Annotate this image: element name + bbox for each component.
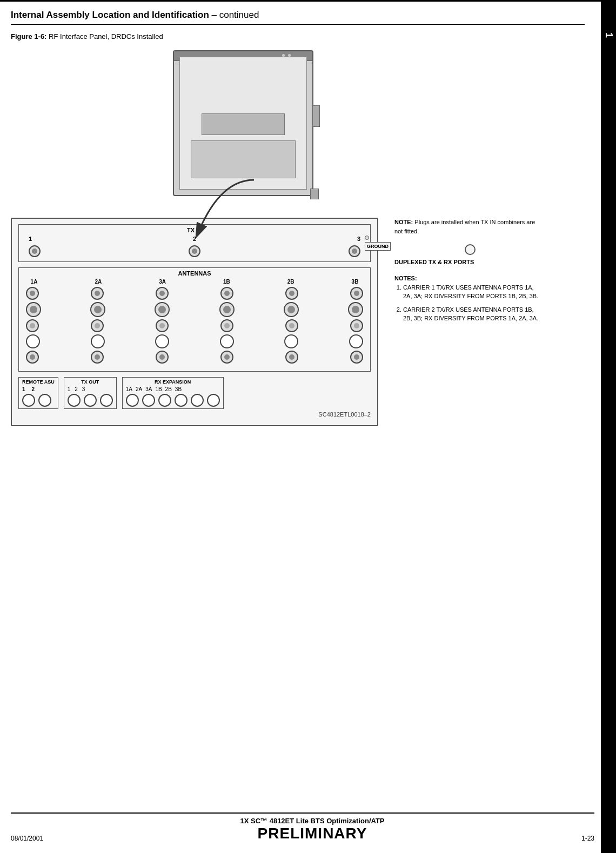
- ant-r3-c2: [91, 319, 104, 332]
- rx-expansion-connectors: [126, 394, 220, 407]
- tx-in-port-3: 3: [357, 236, 360, 242]
- ant-r5-c1: [26, 351, 39, 364]
- page-footer: 08/01/2001 1X SC™ 4812ET Lite BTS Optimi…: [11, 812, 594, 842]
- remote-asu-port-2: 2: [32, 386, 35, 392]
- ant-r1-c3: [156, 287, 169, 300]
- ant-port-3b: 3B: [347, 279, 363, 285]
- ant-r1-c4: [220, 287, 233, 300]
- ground-area: GROUND: [365, 236, 391, 251]
- tx-out-conn-1: [68, 394, 81, 407]
- rx-exp-conn-4: [175, 394, 188, 407]
- ant-row-4: [23, 334, 366, 348]
- tx-out-conn-3: [100, 394, 113, 407]
- rx-exp-conn-1: [126, 394, 139, 407]
- ant-r2-c4: [219, 302, 235, 317]
- figure-caption: RF Interface Panel, DRDCs Installed: [49, 32, 163, 41]
- notes-items: CARRIER 1 TX/RX USES ANTENNA PORTS 1A, 2…: [403, 283, 540, 323]
- tx-in-connectors: [23, 245, 366, 257]
- ant-r4-c3: [155, 334, 169, 348]
- ant-r3-c5: [285, 319, 298, 332]
- ant-r1-c1: [26, 287, 39, 300]
- remote-asu-box: REMOTE ASU 1 2: [18, 377, 58, 409]
- ant-r5-c4: [220, 351, 233, 364]
- duplexed-label: DUPLEXED TX & RX PORTS: [394, 258, 540, 266]
- rx-exp-port-2b: 2B: [165, 386, 172, 392]
- tx-out-nums: 1 2 3: [68, 386, 113, 392]
- ant-row-3: [23, 319, 366, 332]
- ant-r2-c2: [90, 302, 105, 317]
- panel-diagram: TX IN 1 2 3 GROUND ANTE: [11, 218, 378, 426]
- rx-exp-conn-5: [191, 394, 204, 407]
- tx-out-box: TX OUT 1 2 3: [64, 377, 117, 409]
- ant-r5-c5: [285, 351, 298, 364]
- ant-r4-c5: [284, 334, 298, 348]
- remote-asu-conn-2: [38, 394, 51, 407]
- ant-r4-c1: [26, 334, 40, 348]
- tx-in-conn-1: [29, 245, 41, 257]
- ant-r4-c6: [349, 334, 363, 348]
- page-title: Internal Assembly Location and Identific…: [11, 10, 585, 25]
- right-sidebar: 1: [601, 0, 616, 853]
- figure-ref: SC4812ETL0018–2: [18, 411, 371, 418]
- remote-asu-conn-1: [22, 394, 35, 407]
- bottom-section: REMOTE ASU 1 2 TX OUT 1 2: [18, 377, 371, 409]
- tx-in-conn-2: [189, 245, 200, 257]
- ant-r1-c2: [91, 287, 104, 300]
- footer-page: 1-23: [581, 835, 594, 842]
- ant-r3-c1: [26, 319, 39, 332]
- ant-r3-c4: [220, 319, 233, 332]
- remote-asu-port-1: 1: [22, 386, 25, 392]
- rx-exp-port-3b: 3B: [175, 386, 182, 392]
- ant-r5-c2: [91, 351, 104, 364]
- notes-list-title: NOTES:: [394, 274, 540, 283]
- bts-to-panel-arrow: [168, 174, 286, 245]
- antennas-section: ANTENNAS 1A 2A 3A 1B 2B 3B: [18, 267, 371, 372]
- tx-out-port-1: 1: [68, 386, 71, 392]
- ant-r3-c3: [156, 319, 169, 332]
- rx-exp-conn-3: [158, 394, 171, 407]
- tx-out-port-2: 2: [75, 386, 78, 392]
- footer-title: 1X SC™ 4812ET Lite BTS Optimization/ATP: [240, 817, 385, 825]
- tx-out-connectors: [68, 394, 113, 407]
- ant-r2-c1: [26, 302, 41, 317]
- ant-r2-c5: [284, 302, 299, 317]
- rx-expansion-label: RX EXPANSION: [126, 379, 220, 385]
- ground-label: GROUND: [365, 242, 391, 251]
- title-text: Internal Assembly Location and Identific…: [11, 10, 209, 20]
- tx-in-port-1: 1: [29, 236, 32, 242]
- bts-inner-panel: [191, 140, 296, 178]
- notes-panel: NOTE: Plugs are installed when TX IN com…: [389, 218, 540, 426]
- remote-asu-nums: 1 2: [22, 386, 55, 392]
- rx-exp-conn-2: [142, 394, 155, 407]
- ant-r1-c6: [350, 287, 363, 300]
- main-content: Internal Assembly Location and Identific…: [0, 0, 601, 432]
- tx-out-conn-2: [84, 394, 97, 407]
- rx-exp-conn-6: [207, 394, 220, 407]
- rx-exp-port-3a: 3A: [145, 386, 152, 392]
- sidebar-number: 1: [603, 32, 614, 39]
- ant-r2-c3: [155, 302, 170, 317]
- panel-and-notes: TX IN 1 2 3 GROUND ANTE: [11, 218, 585, 426]
- ant-r3-c6: [350, 319, 363, 332]
- tx-out-label: TX OUT: [68, 379, 113, 385]
- figure-label: Figure 1-6: RF Interface Panel, DRDCs In…: [11, 32, 585, 41]
- rx-exp-port-1a: 1A: [126, 386, 132, 392]
- ant-r1-c5: [285, 287, 298, 300]
- ant-port-1b: 1B: [218, 279, 235, 285]
- footer-preliminary: PRELIMINARY: [240, 825, 385, 842]
- figure-number: Figure 1-6:: [11, 32, 46, 41]
- note-item-2: CARRIER 2 TX/RX USES ANTENNA PORTS 1B, 2…: [403, 305, 540, 323]
- rx-expansion-nums: 1A 2A 3A 1B 2B 3B: [126, 386, 220, 392]
- ant-row-2: [23, 302, 366, 317]
- ant-port-1a: 1A: [26, 279, 42, 285]
- tx-out-port-3: 3: [82, 386, 85, 392]
- antennas-label: ANTENNAS: [23, 270, 366, 277]
- remote-asu-label: REMOTE ASU: [22, 379, 55, 385]
- ant-port-2a: 2A: [90, 279, 106, 285]
- ant-port-3a: 3A: [155, 279, 171, 285]
- ground-connector: [365, 236, 369, 240]
- bts-inner-module: [202, 113, 285, 135]
- ant-port-2b: 2B: [283, 279, 299, 285]
- rx-exp-port-1b: 1B: [155, 386, 162, 392]
- footer-date: 08/01/2001: [11, 835, 43, 842]
